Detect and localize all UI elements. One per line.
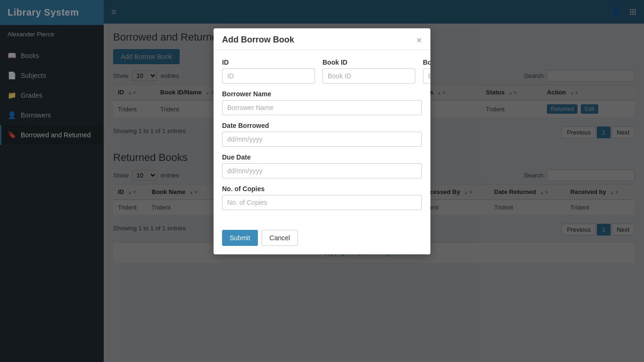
form-row-4: Due Date <box>222 153 422 178</box>
form-group-id: ID <box>222 59 315 84</box>
date-borrowed-input[interactable] <box>222 132 422 147</box>
borrower-name-input[interactable] <box>222 100 422 115</box>
modal-title: Add Borrow Book <box>222 35 294 45</box>
modal-overlay[interactable]: Add Borrow Book × ID Book ID Borrower ID <box>0 0 644 362</box>
due-date-input[interactable] <box>222 163 422 178</box>
borrower-name-label: Borrower Name <box>222 90 422 98</box>
copies-input[interactable] <box>222 195 422 210</box>
form-group-borrower-name: Borrower Name <box>222 90 422 115</box>
form-group-date-borrowed: Date Borrowed <box>222 122 422 147</box>
id-input[interactable] <box>222 68 315 84</box>
form-row-1: ID Book ID Borrower ID <box>222 59 422 84</box>
form-row-2: Borrower Name <box>222 90 422 115</box>
add-borrow-modal: Add Borrow Book × ID Book ID Borrower ID <box>214 28 430 254</box>
date-borrowed-label: Date Borrowed <box>222 122 422 129</box>
borrower-id-input[interactable] <box>423 68 430 84</box>
borrower-id-label: Borrower ID <box>423 59 430 66</box>
cancel-button[interactable]: Cancel <box>262 230 298 246</box>
form-row-3: Date Borrowed <box>222 122 422 147</box>
book-id-label: Book ID <box>322 59 415 66</box>
modal-close-button[interactable]: × <box>416 35 422 45</box>
form-group-copies: No. of Copies <box>222 185 422 210</box>
book-id-input[interactable] <box>322 68 415 84</box>
form-group-book-id: Book ID <box>322 59 415 84</box>
modal-header: Add Borrow Book × <box>214 28 430 50</box>
modal-footer: Submit Cancel <box>214 225 430 254</box>
submit-button[interactable]: Submit <box>222 230 258 246</box>
form-group-due-date: Due Date <box>222 153 422 178</box>
id-label: ID <box>222 59 315 66</box>
modal-body: ID Book ID Borrower ID Borrower Name <box>214 50 430 225</box>
copies-label: No. of Copies <box>222 185 422 193</box>
form-group-borrower-id: Borrower ID <box>423 59 430 84</box>
form-row-5: No. of Copies <box>222 185 422 210</box>
due-date-label: Due Date <box>222 153 422 161</box>
